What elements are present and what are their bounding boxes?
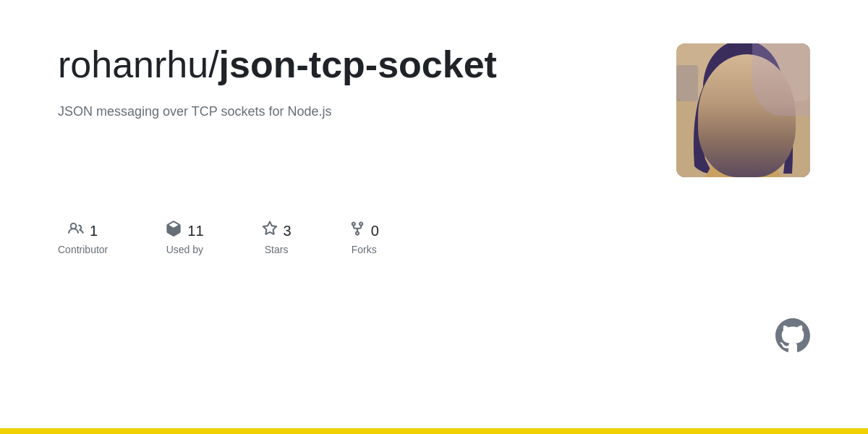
github-logo-container [775, 318, 810, 356]
repo-description: JSON messaging over TCP sockets for Node… [58, 104, 647, 119]
repo-separator: / [208, 43, 218, 85]
repo-header: rohanrhu/json-tcp-socket JSON messaging … [58, 43, 810, 177]
stat-forks[interactable]: 0 Forks [349, 221, 379, 255]
star-icon [262, 221, 278, 241]
yellow-bar [0, 428, 868, 434]
svg-rect-9 [676, 65, 698, 101]
avatar[interactable] [676, 43, 810, 177]
avatar-image [676, 43, 810, 177]
avatar-container [676, 43, 810, 177]
main-content: rohanrhu/json-tcp-socket JSON messaging … [0, 0, 868, 428]
fork-icon [349, 221, 365, 241]
repo-title-section: rohanrhu/json-tcp-socket JSON messaging … [58, 43, 647, 119]
stat-forks-top: 0 [349, 221, 379, 241]
svg-point-8 [711, 113, 717, 119]
stars-count: 3 [284, 223, 292, 239]
stat-used-by[interactable]: 11 Used by [166, 221, 203, 255]
stars-label: Stars [265, 244, 289, 255]
svg-point-7 [749, 106, 758, 111]
used-by-count: 11 [187, 223, 203, 239]
github-logo[interactable] [775, 318, 810, 356]
forks-label: Forks [352, 244, 377, 255]
stat-stars-top: 3 [262, 221, 292, 241]
stat-contributor-top: 1 [68, 221, 98, 241]
svg-point-4 [715, 80, 770, 144]
stat-used-by-top: 11 [166, 221, 203, 241]
people-icon [68, 221, 84, 241]
package-icon [166, 221, 182, 241]
repo-name[interactable]: json-tcp-socket [219, 43, 497, 85]
svg-rect-5 [733, 139, 753, 161]
repo-title: rohanrhu/json-tcp-socket [58, 43, 647, 87]
stat-contributor[interactable]: 1 Contributor [58, 221, 108, 255]
svg-point-6 [728, 106, 736, 111]
forks-count: 0 [371, 223, 379, 239]
svg-point-3 [703, 43, 783, 134]
contributor-count: 1 [90, 223, 98, 239]
contributor-label: Contributor [58, 244, 108, 255]
used-by-label: Used by [166, 244, 203, 255]
stat-stars[interactable]: 3 Stars [262, 221, 292, 255]
stats-row: 1 Contributor 11 Used by [58, 221, 810, 255]
repo-owner[interactable]: rohanrhu [58, 43, 208, 85]
